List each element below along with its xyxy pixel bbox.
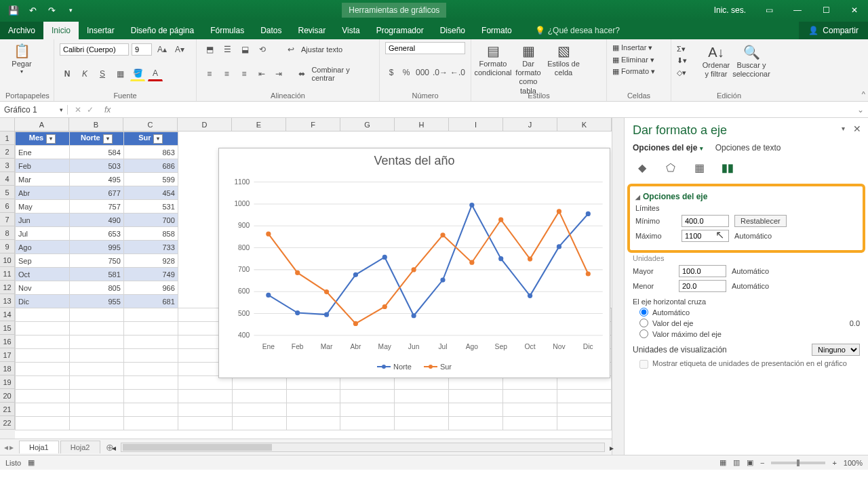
collapse-ribbon-icon[interactable]: ^	[862, 90, 865, 98]
align-center-icon[interactable]: ≡	[220, 66, 235, 81]
pane-close-icon[interactable]: ✕	[853, 123, 861, 134]
close-icon[interactable]: ✕	[841, 0, 868, 20]
maximize-icon[interactable]: ☐	[812, 0, 840, 20]
sheet-tab-2[interactable]: Hoja2	[60, 441, 100, 453]
horizontal-scrollbar[interactable]: ◂▸	[121, 443, 606, 452]
size-properties-icon[interactable]: ▦	[690, 158, 709, 177]
axis-options-tab[interactable]: Opciones del eje ▾	[633, 143, 703, 152]
ribbon-display-icon[interactable]: ▭	[755, 0, 783, 20]
increase-indent-icon[interactable]: ⇥	[271, 66, 286, 81]
sort-filter-button[interactable]: A↓Ordenar y filtrar	[700, 43, 732, 79]
enter-formula-icon[interactable]: ✓	[87, 105, 94, 115]
increase-decimal-icon[interactable]: .0→	[433, 65, 448, 80]
max-input[interactable]	[682, 230, 729, 242]
row-headers[interactable]: 12345678910111213141516171819202122	[0, 131, 15, 439]
tab-file[interactable]: Archivo	[0, 22, 43, 39]
axis-options-section[interactable]: Opciones del eje	[635, 192, 857, 201]
tab-page-layout[interactable]: Diseño de página	[123, 22, 202, 39]
zoom-slider[interactable]	[771, 462, 825, 464]
comma-icon[interactable]: 000	[415, 65, 430, 80]
find-select-button[interactable]: 🔍Buscar y seleccionar	[735, 43, 768, 79]
chart-title[interactable]: Ventas del año	[219, 148, 610, 171]
wrap-text-label[interactable]: Ajustar texto	[301, 45, 342, 54]
zoom-in-icon[interactable]: +	[832, 459, 836, 467]
effects-icon[interactable]: ⬠	[661, 158, 680, 177]
tab-chart-design[interactable]: Diseño	[432, 22, 473, 39]
view-page-layout-icon[interactable]: ▥	[733, 458, 740, 467]
name-box[interactable]: Gráfico 1▾	[0, 105, 68, 115]
orientation-icon[interactable]: ⟲	[255, 42, 270, 57]
merge-icon[interactable]: ⬌	[294, 66, 309, 81]
vertical-scrollbar[interactable]	[612, 118, 624, 455]
fill-color-icon[interactable]: 🪣	[130, 66, 145, 81]
cross-value-radio[interactable]	[639, 319, 648, 327]
redo-icon[interactable]: ↷	[43, 2, 60, 18]
bold-icon[interactable]: N	[60, 66, 75, 81]
conditional-formatting-button[interactable]: ▤Formato condicional	[477, 42, 509, 77]
wrap-text-icon[interactable]: ↩	[283, 42, 298, 57]
tab-insert[interactable]: Insertar	[79, 22, 123, 39]
merge-label[interactable]: Combinar y centrar	[311, 66, 374, 82]
tab-review[interactable]: Revisar	[290, 22, 334, 39]
minor-input[interactable]	[679, 280, 726, 292]
legend-item-sur[interactable]: Sur	[424, 363, 452, 371]
align-top-icon[interactable]: ⬒	[202, 42, 217, 57]
text-options-tab[interactable]: Opciones de texto	[715, 143, 781, 152]
expand-formula-bar-icon[interactable]: ⌄	[853, 105, 868, 115]
cross-value-field[interactable]: 0.0	[850, 319, 860, 327]
font-size-dropdown[interactable]	[132, 43, 152, 56]
decrease-font-icon[interactable]: A▾	[172, 42, 187, 57]
view-normal-icon[interactable]: ▦	[719, 458, 726, 467]
decrease-decimal-icon[interactable]: ←.0	[450, 65, 465, 80]
view-page-break-icon[interactable]: ▣	[747, 458, 753, 467]
undo-icon[interactable]: ↶	[24, 2, 41, 18]
tab-formulas[interactable]: Fórmulas	[202, 22, 252, 39]
display-units-dropdown[interactable]: Ninguno	[812, 344, 860, 356]
format-cells-button[interactable]: ▦ Formato ▾	[612, 66, 665, 78]
percent-icon[interactable]: %	[400, 65, 412, 80]
font-name-dropdown[interactable]	[60, 43, 129, 56]
select-all-corner[interactable]	[0, 118, 15, 131]
fill-icon[interactable]: ⬇▾	[677, 55, 697, 67]
fill-line-icon[interactable]: ◆	[633, 158, 652, 177]
sheet-nav[interactable]: ◂▸	[0, 443, 18, 452]
align-left-icon[interactable]: ≡	[202, 66, 217, 81]
chart-legend[interactable]: Norte Sur	[219, 363, 610, 371]
format-as-table-button[interactable]: ▦Dar formato como tabla	[512, 42, 545, 96]
cross-max-radio[interactable]	[639, 329, 648, 338]
border-icon[interactable]: ▦	[113, 66, 127, 81]
zoom-out-icon[interactable]: −	[760, 459, 764, 467]
tab-developer[interactable]: Programador	[368, 22, 432, 39]
zoom-level[interactable]: 100%	[844, 459, 863, 467]
align-middle-icon[interactable]: ☰	[220, 42, 235, 57]
chart-plot-area[interactable]: 40050060070080090010001100EneFebMarAbrMa…	[219, 171, 610, 361]
share-button[interactable]: 👤 Compartir	[799, 22, 868, 39]
sign-in-button[interactable]: Inic. ses.	[705, 5, 755, 15]
align-right-icon[interactable]: ≡	[237, 66, 252, 81]
autosum-icon[interactable]: Σ▾	[677, 43, 697, 56]
decrease-indent-icon[interactable]: ⇤	[254, 66, 269, 81]
embedded-chart[interactable]: Ventas del año 4005006007008009001000110…	[218, 148, 610, 378]
column-headers[interactable]: ABCDEFGHIJK	[15, 118, 612, 131]
tab-chart-format[interactable]: Formato	[473, 22, 520, 39]
macro-recording-icon[interactable]: ▦	[28, 458, 35, 467]
cells-area[interactable]: Mes▾Norte▾Sur▾Ene584863Feb503686Mar49559…	[15, 131, 612, 439]
save-icon[interactable]: 💾	[5, 2, 22, 18]
min-reset-button[interactable]: Restablecer	[734, 215, 787, 227]
underline-icon[interactable]: S	[95, 66, 110, 81]
qat-customize-icon[interactable]: ▾	[62, 2, 79, 18]
cell-styles-button[interactable]: ▧Estilos de celda	[547, 42, 580, 77]
insert-cells-button[interactable]: ▦ Insertar ▾	[612, 42, 665, 54]
min-input[interactable]	[682, 215, 729, 227]
increase-font-icon[interactable]: A▴	[155, 42, 170, 57]
paste-button[interactable]: 📋Pegar▾	[5, 42, 38, 75]
align-bottom-icon[interactable]: ⬓	[237, 42, 252, 57]
axis-options-icon[interactable]: ▮▮	[718, 158, 737, 177]
cancel-formula-icon[interactable]: ✕	[75, 105, 81, 115]
sheet-tab-1[interactable]: Hoja1	[19, 441, 59, 453]
italic-icon[interactable]: K	[77, 66, 92, 81]
minimize-icon[interactable]: ―	[784, 0, 811, 20]
delete-cells-button[interactable]: ▦ Eliminar ▾	[612, 54, 665, 66]
font-color-icon[interactable]: A	[148, 66, 163, 81]
fx-icon[interactable]: fx	[100, 105, 115, 115]
